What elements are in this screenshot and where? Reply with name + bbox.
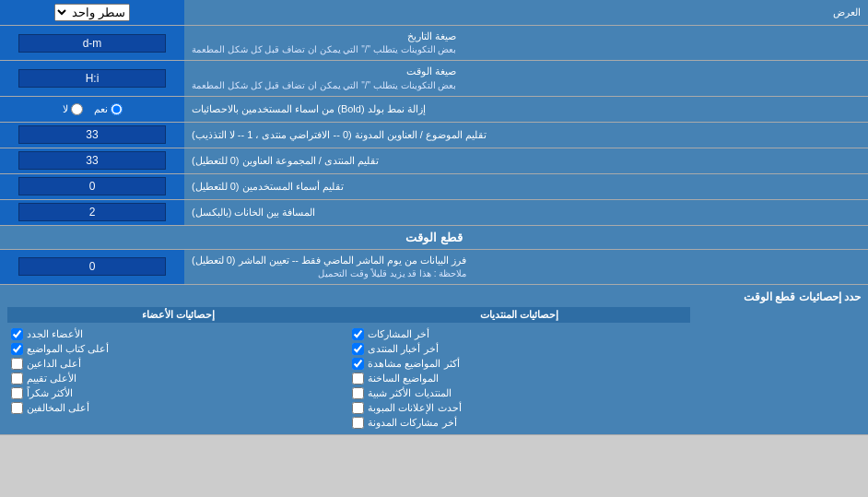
forum-group-input[interactable] bbox=[18, 151, 166, 170]
col-members: إحصائيات الأعضاء الأعضاء الجدد أعلى كتاب… bbox=[7, 307, 348, 429]
space-entries-row: المسافة بين الخانات (بالبكسل) bbox=[0, 200, 868, 226]
cb-member-3: أعلى الداعين bbox=[7, 358, 348, 370]
display-select[interactable]: سطر واحد سطرين ثلاثة أسطر bbox=[54, 4, 130, 21]
cb-member-5-input[interactable] bbox=[11, 387, 23, 399]
bold-no-radio[interactable] bbox=[71, 103, 83, 115]
time-format-row: صيغة الوقت بعض التكوينات يتطلب "/" التي … bbox=[0, 61, 868, 96]
forum-order-input[interactable] bbox=[18, 125, 166, 144]
cutoff-label: فرز البيانات من يوم الماشر الماضي فقط --… bbox=[184, 250, 868, 284]
forum-group-label: تقليم المنتدى / المجموعة العناوين (0 للت… bbox=[184, 148, 868, 173]
usernames-trim-input[interactable] bbox=[18, 177, 166, 195]
cb-forum-2-input[interactable] bbox=[352, 343, 364, 355]
bold-yes-radio[interactable] bbox=[111, 103, 123, 115]
space-entries-input-container bbox=[0, 200, 184, 225]
cb-forum-6-input[interactable] bbox=[352, 402, 364, 414]
display-select-container: سطر واحد سطرين ثلاثة أسطر bbox=[0, 0, 184, 25]
forum-order-row: تقليم الموضوع / العناوين المدونة (0 -- ا… bbox=[0, 123, 868, 148]
space-entries-input[interactable] bbox=[18, 203, 166, 221]
forum-order-input-container bbox=[0, 123, 184, 148]
date-format-row: صيغة التاريخ بعض التكوينات يتطلب "/" الت… bbox=[0, 26, 868, 61]
cb-forum-1-input[interactable] bbox=[352, 328, 364, 340]
display-row: العرض سطر واحد سطرين ثلاثة أسطر bbox=[0, 0, 868, 26]
col-forums-header: إحصائيات المنتديات bbox=[348, 307, 689, 323]
display-label: العرض bbox=[184, 3, 868, 22]
col-empty bbox=[690, 307, 861, 429]
cb-member-3-input[interactable] bbox=[11, 358, 23, 370]
time-format-input[interactable] bbox=[18, 69, 166, 88]
cb-member-5: الأكثر شكراً bbox=[7, 387, 348, 399]
cb-forum-5-input[interactable] bbox=[352, 387, 364, 399]
checkbox-columns: إحصائيات المنتديات أخر المشاركات أخر أخب… bbox=[7, 307, 861, 429]
stats-section-title: حدد إحصائيات قطع الوقت bbox=[7, 290, 861, 303]
bold-radio-group: نعم لا bbox=[55, 100, 130, 119]
cb-member-2: أعلى كتاب المواضيع bbox=[7, 343, 348, 355]
cb-member-4: الأعلى تقييم bbox=[7, 373, 348, 385]
cutoff-input-container bbox=[0, 250, 184, 284]
cb-forum-4: المواضيع الساخنة bbox=[348, 373, 689, 385]
date-format-input[interactable] bbox=[18, 34, 166, 53]
cb-forum-2: أخر أخبار المنتدى bbox=[348, 343, 689, 355]
cb-member-1-input[interactable] bbox=[11, 328, 23, 340]
cb-member-4-input[interactable] bbox=[11, 373, 23, 385]
cb-forum-6: أحدث الإعلانات المبوبة bbox=[348, 402, 689, 414]
cb-forum-5: المنتديات الأكثر شبية bbox=[348, 387, 689, 399]
usernames-trim-input-container bbox=[0, 174, 184, 199]
cutoff-input[interactable] bbox=[18, 257, 166, 276]
cb-member-6: أعلى المخالفين bbox=[7, 402, 348, 414]
cb-forum-3-input[interactable] bbox=[352, 358, 364, 370]
time-format-label: صيغة الوقت بعض التكوينات يتطلب "/" التي … bbox=[184, 61, 868, 95]
stats-section: حدد إحصائيات قطع الوقت إحصائيات المنتديا… bbox=[0, 285, 868, 435]
forum-group-input-container bbox=[0, 148, 184, 173]
cb-member-6-input[interactable] bbox=[11, 402, 23, 414]
cutoff-row: فرز البيانات من يوم الماشر الماضي فقط --… bbox=[0, 250, 868, 285]
date-format-label: صيغة التاريخ بعض التكوينات يتطلب "/" الت… bbox=[184, 26, 868, 60]
usernames-trim-label: تقليم أسماء المستخدمين (0 للتعطيل) bbox=[184, 174, 868, 199]
date-format-input-container bbox=[0, 26, 184, 60]
cutoff-section-header: قطع الوقت bbox=[0, 226, 868, 250]
bold-remove-label: إزالة نمط بولد (Bold) من اسماء المستخدمي… bbox=[184, 97, 868, 122]
cb-forum-1: أخر المشاركات bbox=[348, 328, 689, 340]
cb-member-2-input[interactable] bbox=[11, 343, 23, 355]
bold-yes-label[interactable]: نعم bbox=[94, 103, 123, 115]
cb-forum-7-input[interactable] bbox=[352, 417, 364, 429]
usernames-trim-row: تقليم أسماء المستخدمين (0 للتعطيل) bbox=[0, 174, 868, 200]
space-entries-label: المسافة بين الخانات (بالبكسل) bbox=[184, 200, 868, 225]
cb-forum-7: أخر مشاركات المدونة bbox=[348, 417, 689, 429]
forum-order-label: تقليم الموضوع / العناوين المدونة (0 -- ا… bbox=[184, 123, 868, 148]
bold-remove-row: إزالة نمط بولد (Bold) من اسماء المستخدمي… bbox=[0, 97, 868, 123]
cb-member-1: الأعضاء الجدد bbox=[7, 328, 348, 340]
bold-remove-radio-container: نعم لا bbox=[0, 97, 184, 122]
forum-group-row: تقليم المنتدى / المجموعة العناوين (0 للت… bbox=[0, 148, 868, 174]
main-container: العرض سطر واحد سطرين ثلاثة أسطر صيغة الت… bbox=[0, 0, 868, 435]
cb-forum-3: أكثر المواضيع مشاهدة bbox=[348, 358, 689, 370]
bold-no-label[interactable]: لا bbox=[63, 103, 83, 115]
col-members-header: إحصائيات الأعضاء bbox=[7, 307, 348, 323]
col-forums: إحصائيات المنتديات أخر المشاركات أخر أخب… bbox=[348, 307, 689, 429]
cb-forum-4-input[interactable] bbox=[352, 373, 364, 385]
time-format-input-container bbox=[0, 61, 184, 95]
